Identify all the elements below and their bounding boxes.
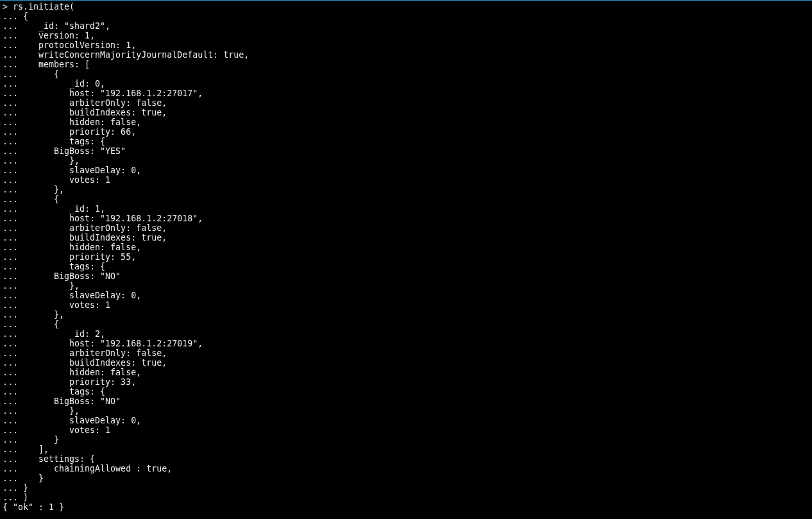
terminal-line: ... host: "192.168.1.2:27018", bbox=[3, 214, 812, 223]
terminal-line: ... }, bbox=[3, 310, 812, 319]
terminal-line: ... hidden: false, bbox=[3, 117, 812, 127]
terminal-line: ... }, bbox=[3, 185, 812, 194]
terminal-line: ... writeConcernMajorityJournalDefault: … bbox=[3, 50, 812, 60]
terminal-line: ... { bbox=[3, 12, 812, 21]
terminal-line: ... members: [ bbox=[3, 60, 812, 69]
terminal-line: ... version: 1, bbox=[3, 31, 812, 40]
terminal-line: ... arbiterOnly: false, bbox=[3, 223, 812, 233]
terminal-line: ... priority: 33, bbox=[3, 377, 812, 387]
terminal-line: ... arbiterOnly: false, bbox=[3, 348, 812, 358]
terminal-line: ... buildIndexes: true, bbox=[3, 108, 812, 117]
terminal-line: ... }, bbox=[3, 281, 812, 291]
terminal-line: ... BigBoss: "NO" bbox=[3, 396, 812, 406]
terminal-line: ... { bbox=[3, 194, 812, 204]
terminal-line: ... BigBoss: "YES" bbox=[3, 146, 812, 156]
terminal-line: { "ok" : 1 } bbox=[3, 502, 812, 512]
terminal-line: ... host: "192.168.1.2:27017", bbox=[3, 89, 812, 98]
terminal-line: ... ], bbox=[3, 445, 812, 454]
terminal-line: ... tags: { bbox=[3, 137, 812, 146]
terminal-line: ... tags: { bbox=[3, 262, 812, 271]
terminal-line: ... _id: "shard2", bbox=[3, 21, 812, 31]
terminal-line: ... chainingAllowed : true, bbox=[3, 464, 812, 473]
terminal-line: > rs.initiate( bbox=[3, 2, 812, 12]
terminal-line: ... } bbox=[3, 483, 812, 493]
terminal-line: ... votes: 1 bbox=[3, 425, 812, 435]
terminal-line: ... slaveDelay: 0, bbox=[3, 166, 812, 175]
terminal-line: ... _id: 1, bbox=[3, 204, 812, 214]
terminal-line: ... _id: 0, bbox=[3, 79, 812, 89]
terminal-line: ... votes: 1 bbox=[3, 300, 812, 310]
terminal-line: ... arbiterOnly: false, bbox=[3, 98, 812, 108]
terminal-line: ... hidden: false, bbox=[3, 368, 812, 377]
terminal-line: ... }, bbox=[3, 156, 812, 166]
terminal-line: ... priority: 55, bbox=[3, 252, 812, 262]
terminal-line: ... } bbox=[3, 473, 812, 483]
terminal-line: ... votes: 1 bbox=[3, 175, 812, 185]
terminal-line: ... }, bbox=[3, 406, 812, 416]
terminal-line: ... hidden: false, bbox=[3, 242, 812, 252]
terminal-line: ... buildIndexes: true, bbox=[3, 358, 812, 368]
terminal-line: ... BigBoss: "NO" bbox=[3, 271, 812, 281]
terminal-line: ... { bbox=[3, 319, 812, 329]
terminal-line: ... _id: 2, bbox=[3, 329, 812, 339]
terminal-line: ... host: "192.168.1.2:27019", bbox=[3, 339, 812, 348]
terminal-line: ... protocolVersion: 1, bbox=[3, 40, 812, 50]
terminal-line: ... tags: { bbox=[3, 387, 812, 396]
terminal-line: ... priority: 66, bbox=[3, 127, 812, 137]
terminal-line: ... slaveDelay: 0, bbox=[3, 416, 812, 425]
terminal-line: ... } bbox=[3, 435, 812, 445]
terminal-line: ... { bbox=[3, 69, 812, 79]
terminal-line: ... settings: { bbox=[3, 454, 812, 464]
terminal-line: ... slaveDelay: 0, bbox=[3, 291, 812, 300]
terminal-line: ... buildIndexes: true, bbox=[3, 233, 812, 242]
terminal-line: ... ) bbox=[3, 493, 812, 502]
terminal-output[interactable]: > rs.initiate(... {... _id: "shard2",...… bbox=[0, 1, 812, 512]
